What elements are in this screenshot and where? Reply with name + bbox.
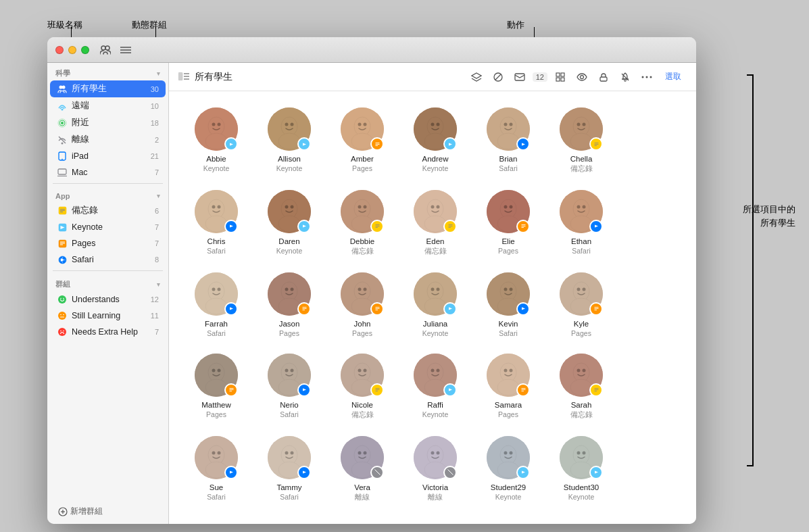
svg-point-199: [570, 298, 592, 314]
student-item-kyle[interactable]: Kyle Pages: [547, 267, 615, 343]
student-name: Kevin: [499, 319, 518, 329]
student-item-kevin[interactable]: Kevin Safari: [474, 267, 542, 343]
svg-point-198: [583, 287, 586, 291]
sidebar-toggle-icon[interactable]: [178, 72, 189, 82]
student-item-daren[interactable]: Daren Keynote: [255, 185, 323, 262]
minimize-button[interactable]: [68, 46, 76, 54]
student-item-student30[interactable]: Student30 Keynote: [547, 431, 615, 508]
student-name: Matthew: [201, 400, 230, 410]
lock-button[interactable]: [595, 68, 612, 86]
student-item-andrew[interactable]: Andrew Keynote: [401, 102, 469, 179]
student-item-abbie[interactable]: Abbie Keynote: [182, 102, 250, 179]
student-item-nicole[interactable]: Nicole 備忘錄: [328, 348, 396, 425]
section-app-chevron[interactable]: ▾: [157, 193, 160, 199]
badge-icon: [589, 220, 603, 233]
student-item-debbie[interactable]: Debbie 備忘錄: [328, 185, 396, 262]
sidebar-item-needs-extra[interactable]: Needs Extra Help 7: [50, 324, 166, 340]
student-item-chris[interactable]: Chris Safari: [182, 185, 250, 262]
student-item-amber[interactable]: Amber Pages: [328, 102, 396, 179]
svg-point-135: [424, 216, 446, 232]
add-group-button[interactable]: 新增群組: [55, 504, 160, 518]
student-item-matthew[interactable]: Matthew Pages: [182, 348, 250, 425]
svg-point-6: [62, 85, 66, 89]
select-button[interactable]: 選取: [660, 69, 687, 84]
avatar-container: [341, 107, 384, 151]
sidebar-item-understands[interactable]: Understands 12: [50, 291, 166, 308]
maximize-button[interactable]: [81, 46, 89, 54]
badge-icon: [516, 220, 530, 233]
badge-icon: [516, 302, 530, 316]
student-name: Chella: [570, 154, 593, 164]
sidebar-item-offline[interactable]: 離線 2: [50, 131, 166, 148]
student-item-john[interactable]: John Pages: [328, 267, 396, 343]
sidebar-item-safari[interactable]: Safari 8: [50, 251, 166, 268]
sidebar-item-nearby[interactable]: 附近 18: [50, 114, 166, 131]
people-icon[interactable]: [99, 43, 112, 57]
svg-point-55: [581, 75, 584, 78]
layers-button[interactable]: [468, 68, 485, 86]
avatar-container: [487, 436, 530, 479]
svg-point-239: [510, 368, 513, 372]
student-item-brian[interactable]: Brian Safari: [474, 102, 542, 179]
sidebar-item-all-students[interactable]: 所有學生 30: [50, 80, 166, 97]
dynamic-group-annotation: 動態群組: [132, 19, 167, 31]
bell-slash-button[interactable]: [616, 68, 634, 86]
list-icon[interactable]: [119, 43, 132, 57]
student-app: Keynote: [276, 247, 303, 255]
eye-button[interactable]: [573, 68, 591, 86]
student-item-farrah[interactable]: Farrah Safari: [182, 267, 250, 343]
svg-point-61: [650, 76, 652, 78]
student-item-tammy[interactable]: Tammy Safari: [255, 431, 323, 508]
student-item-raffi[interactable]: Raffi Keynote: [401, 348, 469, 425]
student-item-elie[interactable]: Elie Pages: [474, 185, 542, 262]
student-item-sarah[interactable]: Sarah 備忘錄: [547, 348, 615, 425]
avatar-container: [414, 354, 457, 397]
student-item-samara[interactable]: Samara Pages: [474, 348, 542, 425]
section-group-chevron[interactable]: ▾: [157, 281, 160, 288]
avatar-container: [487, 354, 530, 397]
sidebar-item-still-learning[interactable]: Still Learning 11: [50, 308, 166, 324]
svg-point-249: [570, 379, 592, 395]
svg-point-31: [58, 295, 66, 304]
badge-icon: [297, 383, 311, 397]
student-app: Pages: [352, 164, 372, 172]
svg-point-215: [285, 368, 289, 372]
student-name: Sue: [210, 483, 223, 493]
svg-point-190: [504, 287, 508, 291]
sidebar: 科學 ▾ 所有學生 30: [47, 63, 169, 524]
mail-button[interactable]: [511, 68, 529, 86]
sidebar-item-notes[interactable]: 備忘錄 6: [50, 202, 166, 219]
grid-button[interactable]: [551, 68, 569, 86]
svg-point-185: [424, 298, 446, 314]
svg-point-39: [60, 331, 62, 332]
student-item-victoria[interactable]: Victoria 離線: [401, 431, 469, 508]
student-app: Keynote: [276, 164, 303, 172]
student-item-nerio[interactable]: Nerio Safari: [255, 348, 323, 425]
student-item-vera[interactable]: Vera 離線: [328, 431, 396, 508]
more-button[interactable]: [638, 68, 656, 86]
student-item-student29[interactable]: Student29 Keynote: [474, 431, 542, 508]
slash-button[interactable]: [489, 68, 507, 86]
student-item-jason[interactable]: Jason Pages: [255, 267, 323, 343]
nearby-label: 附近: [72, 117, 148, 128]
student-item-allison[interactable]: Allison Keynote: [255, 102, 323, 179]
badge-icon: [297, 302, 311, 316]
student-item-sue[interactable]: Sue Safari: [182, 431, 250, 508]
still-learning-count: 11: [151, 312, 159, 320]
student-name: Ethan: [571, 237, 591, 247]
close-button[interactable]: [55, 46, 64, 54]
student-item-juliana[interactable]: Juliana Keynote: [401, 267, 469, 343]
sidebar-item-ipad[interactable]: iPad 21: [50, 148, 166, 164]
student-name: Chris: [207, 237, 226, 247]
sidebar-item-keynote[interactable]: Keynote 7: [50, 219, 166, 235]
student-item-chella[interactable]: Chella 備忘錄: [547, 102, 615, 179]
svg-point-65: [218, 123, 221, 126]
section-class-chevron[interactable]: ▾: [157, 70, 160, 77]
student-item-ethan[interactable]: Ethan Safari: [547, 185, 615, 262]
sidebar-item-remote[interactable]: 遠端 10: [50, 97, 166, 114]
sidebar-item-mac[interactable]: Mac 7: [50, 164, 166, 180]
understands-label: Understands: [72, 295, 148, 304]
student-item-eden[interactable]: Eden 備忘錄: [401, 185, 469, 262]
avatar-container: [560, 190, 603, 233]
sidebar-item-pages[interactable]: Pages 7: [50, 235, 166, 251]
